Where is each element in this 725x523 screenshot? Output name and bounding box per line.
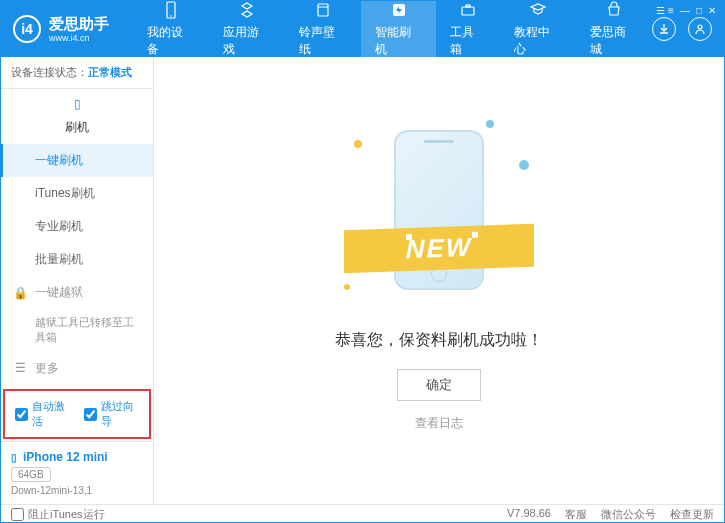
menu-other-tools[interactable]: 其他工具 (1, 385, 153, 387)
menu-batch-flash[interactable]: 批量刷机 (1, 243, 153, 276)
device-name[interactable]: ▯ iPhone 12 mini (11, 450, 143, 464)
user-icon[interactable] (688, 17, 712, 41)
svg-point-7 (698, 25, 702, 29)
minimize-icon[interactable]: — (680, 5, 690, 16)
device-status: 设备连接状态：正常模式 (1, 57, 153, 89)
menu-one-click-flash[interactable]: 一键刷机 (1, 144, 153, 177)
brand-url: www.i4.cn (49, 33, 109, 44)
svg-rect-5 (462, 7, 474, 15)
ringtone-icon (313, 0, 333, 20)
svg-rect-6 (466, 5, 470, 7)
confirm-button[interactable]: 确定 (397, 369, 481, 401)
svg-point-1 (170, 15, 172, 17)
device-info: ▯ iPhone 12 mini 64GB Down-12mini-13,1 (1, 441, 153, 504)
footer-wechat[interactable]: 微信公众号 (601, 507, 656, 522)
window-controls: ☰ ≡ — □ ✕ (656, 5, 716, 16)
menu-pro-flash[interactable]: 专业刷机 (1, 210, 153, 243)
main-content: NEW 恭喜您，保资料刷机成功啦！ 确定 查看日志 (154, 57, 724, 504)
phone-icon (161, 0, 181, 20)
header-actions (652, 17, 712, 41)
section-more[interactable]: ☰ 更多 (1, 352, 153, 385)
version-label: V7.98.66 (507, 507, 551, 522)
menu-itunes-flash[interactable]: iTunes刷机 (1, 177, 153, 210)
logo-icon: i4 (13, 15, 41, 43)
logo-area: i4 爱思助手 www.i4.cn (13, 15, 109, 44)
footer-update[interactable]: 检查更新 (670, 507, 714, 522)
section-flash[interactable]: ▯ 刷机 (1, 89, 153, 144)
maximize-icon[interactable]: □ (696, 5, 702, 16)
checkbox-skip-setup[interactable]: 跳过向导 (84, 399, 139, 429)
tutorial-icon (528, 0, 548, 20)
device-phone-icon: ▯ (11, 452, 17, 463)
download-icon[interactable] (652, 17, 676, 41)
svg-rect-2 (318, 4, 328, 16)
sidebar-menu: ▯ 刷机 一键刷机 iTunes刷机 专业刷机 批量刷机 🔒 一键越狱 越狱工具… (1, 89, 153, 387)
menu-icon: ☰ (13, 361, 27, 375)
app-header: ☰ ≡ — □ ✕ i4 爱思助手 www.i4.cn 我的设备 应用游戏 铃声… (1, 1, 724, 57)
brand-name: 爱思助手 (49, 15, 109, 33)
apps-icon (237, 0, 257, 20)
checkbox-auto-activate[interactable]: 自动激活 (15, 399, 70, 429)
jailbreak-note: 越狱工具已转移至工具箱 (1, 309, 153, 352)
device-model: Down-12mini-13,1 (11, 485, 143, 496)
footer: 阻止iTunes运行 V7.98.66 客服 微信公众号 检查更新 (1, 504, 724, 523)
sidebar: 设备连接状态：正常模式 ▯ 刷机 一键刷机 iTunes刷机 专业刷机 批量刷机… (1, 57, 154, 504)
close-icon[interactable]: ✕ (708, 5, 716, 16)
phone-small-icon: ▯ (70, 97, 84, 111)
device-storage: 64GB (11, 467, 51, 482)
checkbox-block-itunes[interactable]: 阻止iTunes运行 (11, 507, 105, 522)
toolbox-icon (458, 0, 478, 20)
settings-icon[interactable]: ☰ ≡ (656, 5, 674, 16)
view-log-link[interactable]: 查看日志 (415, 415, 463, 432)
success-message: 恭喜您，保资料刷机成功啦！ (335, 330, 543, 351)
flash-icon (389, 0, 409, 20)
shop-icon (604, 0, 624, 20)
lock-icon: 🔒 (13, 286, 27, 300)
section-jailbreak[interactable]: 🔒 一键越狱 (1, 276, 153, 309)
success-illustration: NEW (374, 130, 504, 310)
checkbox-row: 自动激活 跳过向导 (3, 389, 151, 439)
footer-support[interactable]: 客服 (565, 507, 587, 522)
